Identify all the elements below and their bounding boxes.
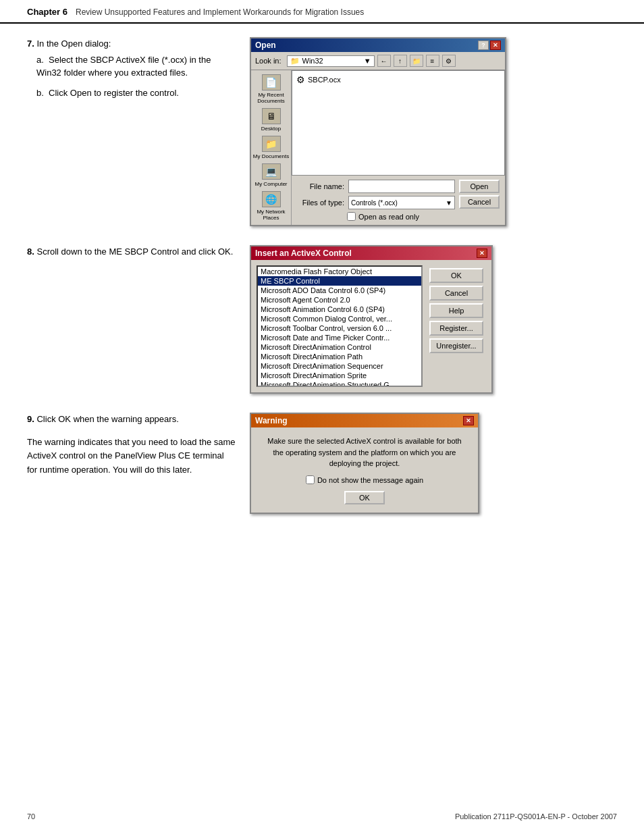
activex-control-list[interactable]: Macromedia Flash Factory Object ME SBCP …: [257, 265, 423, 387]
open-toolbar: Look in: 📁 Win32 ▼ ← ↑ 📁 ≡ ⚙: [251, 52, 505, 70]
list-item-5[interactable]: Microsoft Common Dialog Control, ver...: [258, 314, 421, 323]
list-item-6[interactable]: Microsoft Toolbar Control, version 6.0 .…: [258, 323, 421, 333]
recent-docs-label: My Recent Documents: [253, 92, 290, 104]
page-number: 70: [27, 812, 35, 820]
header-title: Review Unsupported Features and Implemen…: [76, 7, 364, 17]
open-bottom-fields: File name: Files of type: Controls (*.oc…: [292, 176, 505, 225]
close-icon[interactable]: ✕: [490, 41, 501, 50]
step-7: 7. In the Open dialog: a. Select the SBC…: [27, 37, 617, 226]
step-8-content: 8. Scroll down to the ME SBCP Control an…: [27, 245, 236, 259]
list-item-11[interactable]: Microsoft DirectAnimation Sprite: [258, 371, 421, 380]
help-button[interactable]: Help: [429, 303, 483, 318]
desktop-icon[interactable]: 🖥 Desktop: [253, 108, 290, 132]
lookin-value: Win32: [302, 57, 364, 65]
new-folder-icon[interactable]: 📁: [410, 55, 423, 67]
list-item-9[interactable]: Microsoft DirectAnimation Path: [258, 352, 421, 361]
warning-dialog: Warning ✕ Make sure the selected ActiveX…: [250, 413, 479, 514]
open-main-area: 📄 My Recent Documents 🖥 Desktop 📁 My Doc…: [251, 70, 505, 225]
step-8-text: 8. Scroll down to the ME SBCP Control an…: [27, 245, 250, 259]
donot-show-label: Do not show the message again: [317, 475, 423, 486]
activex-action-buttons: OK Cancel Help Register... Unregister...: [427, 265, 486, 387]
step-7-intro: 7. In the Open dialog:: [27, 37, 236, 51]
list-item-7[interactable]: Microsoft Date and Time Picker Contr...: [258, 333, 421, 342]
step-7-text: 7. In the Open dialog: a. Select the SBC…: [27, 37, 250, 99]
warning-close-icon[interactable]: ✕: [463, 416, 474, 425]
mycomputer-icon[interactable]: 💻 My Computer: [253, 163, 290, 187]
file-item-sbcp[interactable]: ⚙ SBCP.ocx: [295, 74, 502, 86]
activex-content: Macromedia Flash Factory Object ME SBCP …: [257, 265, 486, 387]
warning-title: Warning: [255, 416, 288, 425]
warning-checkbox-row: Do not show the message again: [262, 475, 467, 486]
warning-body: Make sure the selected ActiveX control i…: [251, 427, 478, 513]
list-item-12[interactable]: Microsoft DirectAnimation Structured G..…: [258, 380, 421, 387]
activex-dialog: Insert an ActiveX Control ✕ Macromedia F…: [250, 245, 493, 394]
filetype-value: Controls (*.ocx): [351, 199, 398, 207]
list-item-2[interactable]: Microsoft ADO Data Control 6.0 (SP4): [258, 286, 421, 295]
recent-docs-img: 📄: [262, 74, 281, 90]
warning-message: Make sure the selected ActiveX control i…: [262, 436, 467, 469]
list-item-1[interactable]: ME SBCP Control: [258, 276, 421, 286]
back-icon[interactable]: ←: [377, 55, 391, 67]
donot-show-checkbox[interactable]: [306, 475, 315, 484]
mydocs-label: My Documents: [253, 153, 289, 159]
file-icon: ⚙: [296, 74, 305, 85]
open-right-panel: ⚙ SBCP.ocx File name:: [292, 70, 505, 225]
recent-docs-icon[interactable]: 📄 My Recent Documents: [253, 74, 290, 104]
open-sidebar: 📄 My Recent Documents 🖥 Desktop 📁 My Doc…: [251, 70, 292, 225]
unregister-button[interactable]: Unregister...: [429, 338, 483, 353]
list-item-4[interactable]: Microsoft Animation Control 6.0 (SP4): [258, 305, 421, 314]
activex-titlebar-btns: ✕: [477, 249, 487, 258]
cancel-button[interactable]: Cancel: [459, 195, 500, 209]
filetype-label: Files of type:: [297, 199, 344, 207]
step-9-text: 9. Click OK when the warning appears. Th…: [27, 413, 250, 477]
file-list: ⚙ SBCP.ocx: [292, 70, 505, 176]
step-9-extra: The warning indicates that you need to l…: [27, 436, 236, 477]
mycomputer-img: 💻: [262, 163, 281, 180]
activex-list-area: Macromedia Flash Factory Object ME SBCP …: [257, 265, 423, 387]
publication-info: Publication 2711P-QS001A-EN-P - October …: [455, 812, 617, 820]
open-dialog-title: Open: [255, 41, 276, 50]
warning-ok-button[interactable]: OK: [344, 491, 385, 504]
help-icon[interactable]: ?: [478, 41, 489, 50]
network-icon[interactable]: 🌐 My Network Places: [253, 191, 290, 221]
step-7-subs: a. Select the SBCP ActiveX file (*.ocx) …: [36, 53, 236, 100]
up-folder-icon[interactable]: ↑: [394, 55, 407, 67]
readonly-row: Open as read only: [347, 212, 455, 221]
step-9-dialog-area: Warning ✕ Make sure the selected ActiveX…: [250, 413, 617, 514]
lookin-dropdown[interactable]: 📁 Win32 ▼: [287, 55, 375, 67]
step-8-dialog-area: Insert an ActiveX Control ✕ Macromedia F…: [250, 245, 617, 394]
page-footer: 70 Publication 2711P-QS001A-EN-P - Octob…: [27, 812, 617, 820]
cancel-button[interactable]: Cancel: [429, 286, 483, 301]
tools-icon[interactable]: ⚙: [442, 55, 456, 67]
mydocs-img: 📁: [262, 136, 281, 152]
list-item-0[interactable]: Macromedia Flash Factory Object: [258, 267, 421, 276]
activex-titlebar: Insert an ActiveX Control ✕: [251, 246, 491, 260]
step-7a: a. Select the SBCP ActiveX file (*.ocx) …: [36, 53, 236, 80]
list-item-10[interactable]: Microsoft DirectAnimation Sequencer: [258, 361, 421, 371]
warning-buttons: OK: [262, 491, 467, 504]
lookin-label: Look in:: [255, 57, 281, 65]
ok-button[interactable]: OK: [429, 268, 483, 283]
open-dialog-controls: ? ✕: [478, 41, 501, 50]
chapter-label: Chapter 6: [27, 7, 68, 17]
list-item-3[interactable]: Microsoft Agent Control 2.0: [258, 295, 421, 305]
step-7b: b. Click Open to register the control.: [36, 86, 236, 100]
desktop-label: Desktop: [261, 126, 281, 132]
view-icon[interactable]: ≡: [426, 55, 439, 67]
filetype-arrow[interactable]: ▼: [446, 199, 452, 207]
open-dialog: Open ? ✕ Look in: 📁 Win32 ▼ ← ↑: [250, 37, 506, 226]
main-content: 7. In the Open dialog: a. Select the SBC…: [0, 37, 644, 573]
desktop-img: 🖥: [262, 108, 281, 124]
step-9-content: 9. Click OK when the warning appears.: [27, 413, 236, 426]
open-button[interactable]: Open: [459, 180, 500, 193]
mydocs-icon[interactable]: 📁 My Documents: [253, 136, 290, 159]
activex-close-icon[interactable]: ✕: [477, 249, 487, 258]
list-item-8[interactable]: Microsoft DirectAnimation Control: [258, 342, 421, 352]
page-header: Chapter 6 Review Unsupported Features an…: [0, 0, 644, 24]
readonly-checkbox[interactable]: [347, 212, 356, 221]
register-button[interactable]: Register...: [429, 321, 483, 336]
filename-input[interactable]: [348, 180, 455, 193]
warning-titlebar-btns: ✕: [463, 416, 474, 425]
lookin-dropdown-arrow[interactable]: ▼: [364, 57, 371, 65]
filetype-dropdown[interactable]: Controls (*.ocx) ▼: [348, 196, 455, 209]
